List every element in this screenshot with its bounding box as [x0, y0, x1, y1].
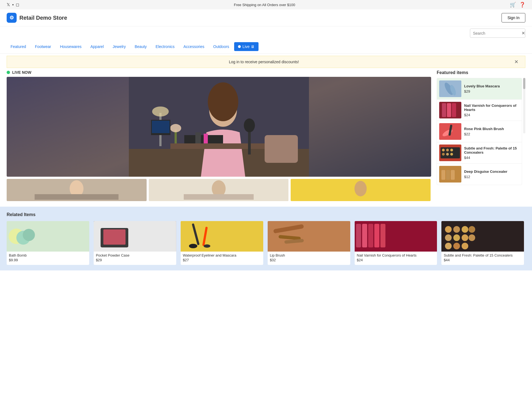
svg-rect-11	[265, 135, 298, 163]
svg-rect-71	[374, 224, 379, 247]
featured-item-3[interactable]: Subtle and Fresh: Palette of 15 Conceale…	[437, 142, 522, 164]
svg-rect-49	[451, 170, 455, 180]
nav-item-beauty[interactable]: Beauty	[131, 42, 151, 51]
svg-point-41	[446, 149, 449, 151]
svg-point-13	[152, 107, 169, 116]
featured-item-price-1: $24	[464, 113, 520, 117]
twitter-icon[interactable]: 𝕏	[7, 2, 10, 7]
related-card-1[interactable]: Pocket Powder Case $29	[94, 221, 176, 265]
thumbnail-3[interactable]	[291, 179, 431, 201]
svg-point-15	[170, 124, 181, 132]
featured-list-wrap: Lovely Blue Mascara $29 Nai	[437, 78, 525, 185]
nav-item-housewares[interactable]: Housewares	[56, 42, 85, 51]
related-card-2[interactable]: Waterproof Eyeliner and Mascara $27	[181, 221, 263, 265]
related-item-price-4: $24	[355, 258, 437, 262]
featured-item-info-2: Rose Pink Blush Brush $22	[464, 127, 520, 136]
nav-item-live[interactable]: Live 🖥	[234, 42, 259, 51]
featured-item-1[interactable]: Nail Varnish for Conquerors of Hearts $2…	[437, 100, 522, 121]
svg-point-40	[442, 149, 445, 151]
svg-point-54	[23, 229, 35, 241]
featured-title: Featured items	[437, 70, 525, 75]
featured-side: Featured items Lovely Blue Mascara $29	[437, 70, 525, 201]
thumbnail-1[interactable]	[7, 179, 147, 201]
logo-text: Retail Demo Store	[19, 15, 67, 21]
featured-item-0[interactable]: Lovely Blue Mascara $29	[437, 78, 522, 100]
live-dot	[7, 71, 10, 74]
related-item-name-2: Waterproof Eyeliner and Mascara	[181, 252, 263, 258]
nav-item-jewelry[interactable]: Jewelry	[109, 42, 130, 51]
banner-text: Log in to receive personalized discounts…	[14, 60, 514, 64]
related-item-name-5: Subtle and Fresh: Palette of 15 Conceale…	[441, 252, 524, 258]
top-bar-actions: 🛒 ❓	[510, 2, 525, 8]
svg-rect-32	[442, 103, 446, 117]
featured-item-image-3	[439, 145, 461, 161]
related-item-image-3	[268, 221, 350, 252]
related-item-name-3: Lip Brush	[268, 252, 350, 258]
video-placeholder	[7, 77, 431, 177]
related-item-price-0: $9.99	[7, 258, 89, 262]
svg-point-76	[462, 226, 468, 233]
top-bar: 𝕏 ▪ ◻ Free Shipping on All Orders over $…	[0, 0, 532, 9]
main-video[interactable]	[7, 77, 431, 177]
svg-rect-48	[446, 170, 450, 180]
logo-icon: ⚙	[7, 13, 17, 23]
clear-icon[interactable]: ✕	[521, 31, 525, 36]
svg-point-82	[445, 243, 452, 249]
scrollbar-thumb[interactable]	[523, 78, 525, 89]
thumbnail-2[interactable]	[149, 179, 289, 201]
svg-point-78	[445, 234, 452, 241]
featured-item-name-3: Subtle and Fresh: Palette of 15 Conceale…	[464, 146, 520, 154]
svg-point-74	[445, 226, 452, 233]
svg-point-79	[453, 234, 460, 241]
nav-item-footwear[interactable]: Footwear	[31, 42, 55, 51]
featured-item-name-2: Rose Pink Blush Brush	[464, 127, 520, 131]
featured-item-4[interactable]: Deep Disguise Concealer $12	[437, 164, 522, 185]
search-input[interactable]	[473, 31, 521, 36]
cart-icon[interactable]: 🛒	[510, 2, 516, 8]
featured-item-info-0: Lovely Blue Mascara $29	[464, 84, 520, 93]
nav-item-outdoors[interactable]: Outdoors	[209, 42, 233, 51]
svg-point-84	[462, 243, 468, 249]
live-dot-nav	[238, 45, 241, 48]
svg-point-42	[450, 149, 453, 151]
svg-rect-70	[368, 224, 373, 247]
instagram-icon[interactable]: ◻	[16, 2, 19, 7]
search-row: ✕	[0, 26, 532, 40]
facebook-icon[interactable]: ▪	[12, 2, 14, 7]
featured-item-image-0	[439, 80, 461, 97]
featured-item-image-1	[439, 102, 461, 118]
help-icon[interactable]: ❓	[519, 2, 525, 8]
svg-rect-33	[447, 103, 451, 117]
banner-close-button[interactable]: ✕	[514, 59, 518, 65]
svg-rect-20	[35, 194, 119, 200]
featured-item-image-4	[439, 166, 461, 183]
live-status: LIVE NOW	[12, 70, 31, 75]
related-card-5[interactable]: Subtle and Fresh: Palette of 15 Conceale…	[441, 221, 524, 265]
nav-item-accessories[interactable]: Accessories	[180, 42, 208, 51]
nav-item-electronics[interactable]: Electronics	[152, 42, 178, 51]
svg-point-44	[446, 153, 449, 156]
live-section: LIVE NOW	[0, 70, 532, 201]
navigation: Featured Footwear Housewares Apparel Jew…	[0, 40, 532, 54]
header: ⚙ Retail Demo Store Sign In	[0, 9, 532, 26]
related-item-image-1	[94, 221, 176, 252]
svg-rect-8	[204, 134, 208, 143]
nav-item-apparel[interactable]: Apparel	[86, 42, 108, 51]
featured-item-price-3: $44	[464, 156, 520, 160]
nav-item-featured[interactable]: Featured	[7, 42, 30, 51]
related-card-4[interactable]: Nail Varnish for Conquerors of Hearts $2…	[355, 221, 437, 265]
svg-point-4	[208, 82, 238, 121]
featured-item-info-3: Subtle and Fresh: Palette of 15 Conceale…	[464, 146, 520, 160]
related-card-3[interactable]: Lip Brush $32	[268, 221, 350, 265]
svg-rect-57	[103, 229, 126, 245]
video-side: LIVE NOW	[7, 70, 431, 201]
logo[interactable]: ⚙ Retail Demo Store	[7, 13, 67, 23]
related-item-name-1: Pocket Powder Case	[94, 252, 176, 258]
svg-point-81	[469, 234, 475, 241]
related-item-price-2: $27	[181, 258, 263, 262]
svg-rect-72	[380, 224, 385, 247]
video-thumbnails	[7, 179, 431, 201]
sign-in-button[interactable]: Sign In	[502, 13, 525, 22]
related-card-0[interactable]: Bath Bomb $9.99	[7, 221, 89, 265]
featured-item-2[interactable]: Rose Pink Blush Brush $22	[437, 121, 522, 142]
